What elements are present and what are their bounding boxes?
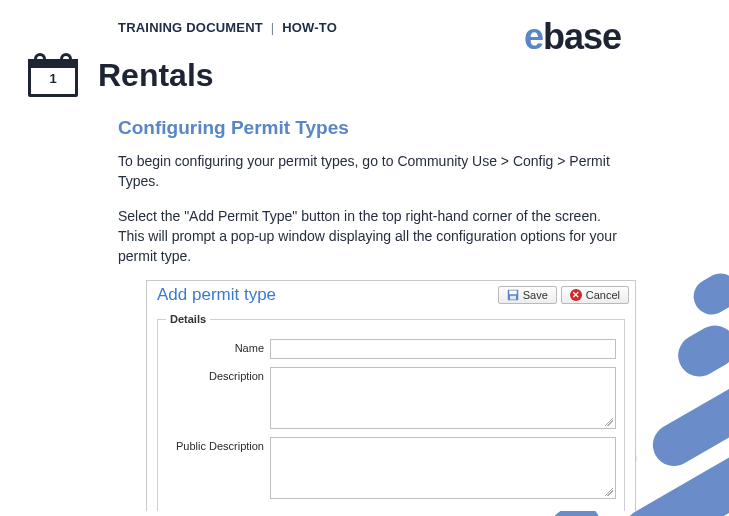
calendar-icon: 1 [28, 53, 78, 97]
cancel-icon: ✕ [570, 289, 582, 301]
doc-tag-left: TRAINING DOCUMENT [118, 20, 263, 35]
public-description-label: Public Description [166, 437, 270, 452]
doc-tag-right: HOW-TO [282, 20, 337, 35]
name-label: Name [166, 339, 270, 354]
public-description-textarea[interactable] [270, 437, 616, 499]
cancel-button-label: Cancel [586, 289, 620, 301]
details-fieldset: Details Name Description Public Descript… [157, 313, 625, 511]
section-heading: Configuring Permit Types [118, 117, 632, 139]
save-button[interactable]: Save [498, 286, 557, 304]
dialog-title: Add permit type [157, 285, 276, 305]
add-permit-type-dialog: Add permit type Save ✕ Cancel Details [146, 280, 636, 511]
calendar-day: 1 [28, 71, 78, 86]
save-icon [507, 289, 519, 301]
details-legend: Details [166, 313, 210, 325]
cancel-button[interactable]: ✕ Cancel [561, 286, 629, 304]
page-title: Rentals [98, 57, 214, 94]
name-input[interactable] [270, 339, 616, 359]
svg-rect-2 [510, 296, 516, 300]
description-label: Description [166, 367, 270, 382]
intro-paragraph-1: To begin configuring your permit types, … [118, 151, 618, 192]
description-textarea[interactable] [270, 367, 616, 429]
save-button-label: Save [523, 289, 548, 301]
svg-rect-1 [509, 291, 517, 295]
intro-paragraph-2: Select the "Add Permit Type" button in t… [118, 206, 618, 267]
doc-tag-divider: | [271, 20, 275, 35]
document-tag: TRAINING DOCUMENT | HOW-TO [118, 20, 632, 35]
